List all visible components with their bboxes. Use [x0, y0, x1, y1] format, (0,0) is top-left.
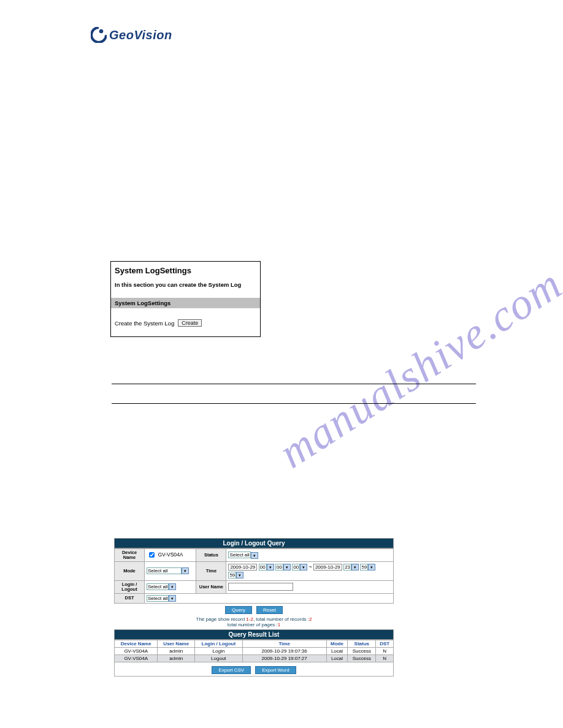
query-header: Login / Logout Query — [114, 538, 394, 548]
chevron-down-icon[interactable]: ▾ — [182, 567, 189, 574]
result-header: Query Result List — [114, 629, 394, 640]
col-device: Device Name — [115, 640, 158, 647]
export-word-button[interactable]: Export Word — [255, 666, 296, 674]
panel-section-bar: System LogSettings — [111, 298, 260, 308]
panel-description: In this section you can create the Syste… — [111, 278, 260, 298]
login-logout-select[interactable]: Select all — [147, 583, 169, 590]
watermark-text: manualshive.com — [270, 259, 563, 479]
chevron-down-icon[interactable]: ▾ — [251, 552, 258, 559]
cell-time: 2009-10-29 00▾ 00▾ 00▾ ~ 2009-10-29 23▾ … — [226, 561, 394, 580]
dst-select[interactable]: Select all — [147, 595, 169, 602]
result-header-row: Device Name User Name Login / Logout Tim… — [115, 640, 394, 647]
export-row: Export CSV Export Word — [114, 662, 394, 677]
col-status: Status — [348, 640, 376, 647]
query-button-row: Query Reset — [114, 604, 394, 616]
label-time: Time — [196, 561, 226, 580]
reset-button[interactable]: Reset — [256, 606, 283, 614]
time-separator: ~ — [309, 564, 312, 570]
table-row: GV-VS04A admin Login 2009-10-29 19:07:36… — [115, 647, 394, 654]
query-result-table: Device Name User Name Login / Logout Tim… — [114, 640, 394, 662]
record-summary: The page show record 1-2, total number o… — [114, 616, 394, 629]
chevron-down-icon[interactable]: ▾ — [267, 564, 274, 571]
cell-login-logout: Select all▾ — [145, 580, 196, 593]
status-select[interactable]: Select all — [228, 552, 250, 558]
col-dst: DST — [376, 640, 394, 647]
create-row-label: Create the System Log — [115, 320, 174, 327]
create-row: Create the System Log Create — [111, 308, 260, 336]
device-checkbox[interactable] — [149, 552, 155, 558]
device-checkbox-label: GV-VS04A — [158, 552, 183, 558]
hour-from-select[interactable]: 00 — [259, 564, 267, 571]
chevron-down-icon[interactable]: ▾ — [368, 564, 375, 571]
label-dst: DST — [115, 593, 145, 603]
logo-text-a: Geo — [109, 28, 134, 42]
label-login-logout: Login / Logout — [115, 580, 145, 593]
query-criteria-table: Device Name GV-VS04A Status Select all▾ … — [114, 548, 394, 604]
cell-status: Select all▾ — [226, 549, 394, 562]
chevron-down-icon[interactable]: ▾ — [236, 572, 243, 578]
label-mode: Mode — [115, 561, 145, 580]
logo-icon — [91, 27, 107, 43]
hour-to-select[interactable]: 23 — [343, 564, 351, 571]
brand-logo: GeoVision — [91, 27, 172, 43]
login-logout-query-panel: Login / Logout Query Device Name GV-VS04… — [114, 538, 394, 677]
date-to-input[interactable]: 2009-10-29 — [313, 564, 342, 571]
col-user: User Name — [158, 640, 195, 647]
chevron-down-icon[interactable]: ▾ — [169, 595, 176, 602]
chevron-down-icon[interactable]: ▾ — [300, 564, 307, 571]
logo-text: GeoVision — [109, 28, 172, 42]
min-from-select[interactable]: 00 — [275, 564, 283, 571]
chevron-down-icon[interactable]: ▾ — [283, 564, 291, 571]
mode-select[interactable]: Select all — [147, 567, 182, 574]
label-device-name: Device Name — [115, 549, 145, 562]
divider — [112, 384, 476, 384]
sec-to-select[interactable]: 59 — [228, 572, 236, 578]
min-to-select[interactable]: 59 — [360, 564, 368, 571]
system-log-settings-panel: System LogSettings In this section you c… — [110, 261, 261, 337]
cell-dst: Select all▾ — [145, 593, 394, 603]
logo-text-b: Vision — [134, 28, 172, 42]
table-row: GV-VS04A admin Logout 2009-10-29 19:07:2… — [115, 654, 394, 662]
sec-from-select[interactable]: 00 — [292, 564, 300, 571]
create-button[interactable]: Create — [178, 319, 202, 327]
label-user-name: User Name — [196, 580, 226, 593]
label-status: Status — [196, 549, 226, 562]
chevron-down-icon[interactable]: ▾ — [351, 564, 359, 571]
user-name-input[interactable] — [228, 583, 293, 591]
svg-point-0 — [99, 29, 104, 34]
col-action: Login / Logout — [195, 640, 243, 647]
date-from-input[interactable]: 2009-10-29 — [228, 564, 257, 571]
divider — [112, 403, 476, 404]
export-csv-button[interactable]: Export CSV — [212, 666, 251, 674]
query-button[interactable]: Query — [225, 606, 252, 614]
cell-user-name — [226, 580, 394, 593]
col-time: Time — [242, 640, 326, 647]
cell-mode: Select all▾ — [145, 561, 196, 580]
chevron-down-icon[interactable]: ▾ — [169, 583, 176, 590]
col-mode: Mode — [326, 640, 348, 647]
panel-title: System LogSettings — [111, 262, 260, 278]
cell-device-name: GV-VS04A — [145, 549, 196, 562]
